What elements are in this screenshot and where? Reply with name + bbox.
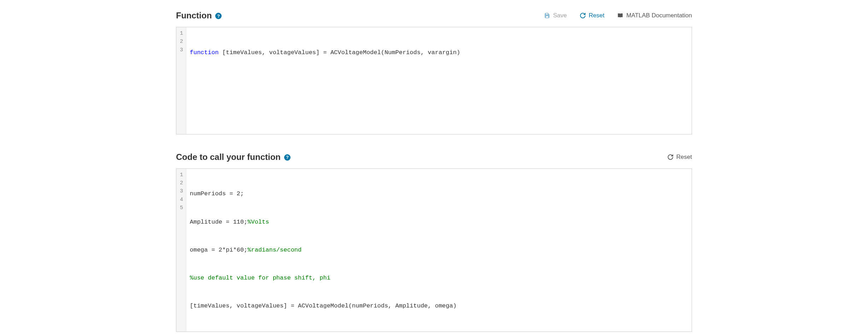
caller-title: Code to call your function bbox=[176, 152, 281, 162]
svg-rect-1 bbox=[546, 16, 549, 18]
reset-button[interactable]: Reset bbox=[580, 12, 604, 19]
function-gutter: 1 2 3 bbox=[176, 27, 186, 134]
help-icon[interactable]: ? bbox=[284, 154, 291, 161]
caller-editor[interactable]: 1 2 3 4 5 numPeriods = 2; Amplitude = 11… bbox=[176, 168, 692, 332]
docs-button[interactable]: MATLAB Documentation bbox=[617, 12, 692, 19]
function-section-header: Function ? Save bbox=[176, 11, 692, 21]
caller-gutter: 1 2 3 4 5 bbox=[176, 169, 186, 332]
function-code-content[interactable]: function [timeValues, voltageValues] = A… bbox=[186, 27, 692, 134]
save-icon bbox=[544, 12, 550, 19]
book-icon bbox=[617, 12, 623, 19]
reset-label: Reset bbox=[589, 12, 604, 19]
reset-icon bbox=[667, 154, 674, 160]
docs-label: MATLAB Documentation bbox=[626, 12, 692, 19]
caller-code-content[interactable]: numPeriods = 2; Amplitude = 110;%Volts o… bbox=[186, 169, 692, 332]
save-label: Save bbox=[553, 12, 567, 19]
help-icon[interactable]: ? bbox=[215, 13, 222, 19]
reset-button[interactable]: Reset bbox=[667, 154, 692, 161]
function-editor[interactable]: 1 2 3 function [timeValues, voltageValue… bbox=[176, 27, 692, 134]
function-title: Function bbox=[176, 11, 212, 21]
caller-section-header: Code to call your function ? Reset bbox=[176, 152, 692, 162]
caller-toolbar: Reset bbox=[667, 154, 692, 161]
svg-rect-0 bbox=[546, 13, 548, 15]
function-toolbar: Save Reset MATLAB Docume bbox=[544, 12, 692, 19]
reset-icon bbox=[580, 12, 586, 19]
save-button[interactable]: Save bbox=[544, 12, 567, 19]
reset-label: Reset bbox=[676, 154, 692, 161]
